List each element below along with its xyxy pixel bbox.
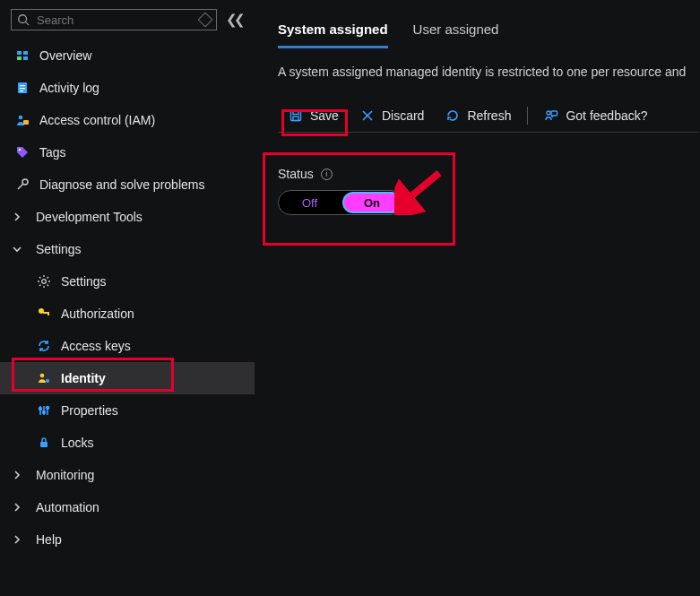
svg-rect-2 (17, 51, 22, 55)
properties-icon (36, 402, 52, 419)
sidebar-item-label: Help (36, 532, 62, 547)
chevron-right-icon (11, 501, 23, 514)
toggle-off-option[interactable]: Off (279, 196, 341, 210)
person-icon (14, 112, 30, 128)
status-label: Status (278, 167, 314, 181)
identity-icon (36, 370, 52, 386)
info-icon[interactable]: i (321, 168, 333, 180)
sidebar-item-label: Activity log (39, 81, 99, 95)
search-row: ❮❮ (0, 0, 255, 39)
sidebar-group-development-tools[interactable]: Development Tools (0, 201, 255, 233)
svg-point-25 (47, 407, 49, 410)
search-input[interactable] (37, 13, 171, 27)
toggle-on-option[interactable]: On (342, 192, 402, 213)
sidebar: ❮❮ Overview Activity log Access control … (0, 0, 255, 596)
sidebar-group-monitoring[interactable]: Monitoring (0, 459, 255, 491)
svg-point-18 (40, 374, 45, 378)
tab-system-assigned[interactable]: System assigned (278, 22, 388, 48)
svg-point-0 (19, 15, 27, 23)
svg-rect-8 (20, 88, 25, 89)
sidebar-item-label: Monitoring (36, 468, 94, 482)
svg-rect-5 (23, 56, 28, 60)
save-label: Save (310, 108, 339, 123)
save-icon (289, 108, 303, 123)
sidebar-item-label: Properties (61, 403, 118, 418)
refresh-key-icon (36, 338, 52, 354)
pin-icon (198, 13, 213, 28)
svg-rect-28 (293, 110, 298, 114)
svg-point-32 (547, 111, 550, 115)
status-toggle[interactable]: Off On (278, 190, 403, 215)
discard-button[interactable]: Discard (350, 103, 435, 128)
wrench-icon (14, 177, 30, 193)
save-button[interactable]: Save (278, 103, 350, 128)
svg-rect-33 (551, 111, 557, 116)
tab-user-assigned[interactable]: User assigned (413, 22, 499, 48)
sidebar-item-access-keys[interactable]: Access keys (0, 330, 255, 362)
svg-rect-29 (293, 117, 298, 121)
discard-label: Discard (382, 108, 424, 123)
sidebar-item-label: Settings (36, 242, 82, 256)
close-icon (360, 108, 375, 123)
sidebar-item-label: Authorization (61, 307, 134, 321)
svg-point-19 (46, 379, 49, 383)
svg-rect-4 (17, 56, 22, 60)
sidebar-group-help[interactable]: Help (0, 523, 255, 556)
sidebar-item-label: Automation (36, 500, 99, 514)
svg-point-14 (42, 280, 47, 284)
identity-description: A system assigned managed identity is re… (278, 65, 700, 79)
svg-rect-7 (20, 85, 25, 86)
key-icon (36, 306, 52, 322)
svg-rect-3 (23, 51, 28, 55)
sidebar-item-identity[interactable]: Identity (0, 362, 255, 394)
search-icon (17, 13, 30, 26)
svg-line-1 (26, 22, 30, 26)
svg-rect-17 (48, 312, 49, 315)
feedback-icon (544, 108, 558, 123)
status-label-row: Status i (278, 167, 700, 181)
lock-icon (36, 435, 52, 451)
toolbar: Save Discard Refresh Got feedback? (278, 99, 699, 133)
svg-rect-27 (291, 110, 301, 120)
toolbar-divider (527, 107, 528, 125)
sidebar-item-label: Locks (61, 436, 94, 450)
collapse-sidebar-icon[interactable]: ❮❮ (226, 12, 242, 28)
sidebar-item-diagnose[interactable]: Diagnose and solve problems (0, 168, 255, 201)
svg-rect-11 (23, 120, 29, 125)
search-box[interactable] (11, 9, 217, 30)
gear-icon (36, 273, 52, 289)
refresh-button[interactable]: Refresh (435, 103, 522, 128)
feedback-label: Got feedback? (566, 108, 647, 123)
feedback-button[interactable]: Got feedback? (533, 103, 658, 128)
chevron-right-icon (11, 533, 23, 546)
sidebar-item-access-control[interactable]: Access control (IAM) (0, 104, 255, 136)
svg-point-23 (39, 408, 42, 410)
refresh-label: Refresh (467, 108, 511, 123)
tabs: System assigned User assigned (278, 22, 700, 48)
refresh-icon (445, 108, 460, 123)
sidebar-item-label: Settings (61, 274, 107, 289)
sidebar-group-automation[interactable]: Automation (0, 491, 255, 523)
sidebar-item-label: Access keys (61, 339, 131, 353)
svg-point-12 (19, 149, 21, 151)
sidebar-item-settings[interactable]: Settings (0, 265, 255, 298)
sidebar-item-overview[interactable]: Overview (0, 39, 255, 72)
overview-icon (14, 48, 30, 64)
sidebar-item-label: Diagnose and solve problems (39, 177, 204, 192)
chevron-right-icon (11, 211, 23, 223)
sidebar-item-label: Tags (39, 145, 66, 160)
tag-icon (14, 144, 30, 160)
sidebar-group-settings[interactable]: Settings (0, 233, 255, 265)
main-panel: System assigned User assigned A system a… (278, 22, 700, 215)
log-icon (14, 80, 30, 96)
sidebar-item-locks[interactable]: Locks (0, 427, 255, 459)
sidebar-item-authorization[interactable]: Authorization (0, 298, 255, 330)
sidebar-item-activity-log[interactable]: Activity log (0, 72, 255, 104)
sidebar-item-properties[interactable]: Properties (0, 394, 255, 427)
svg-point-24 (43, 411, 46, 414)
chevron-down-icon (11, 243, 23, 255)
sidebar-item-label: Overview (39, 48, 91, 63)
sidebar-item-label: Access control (IAM) (39, 113, 155, 127)
sidebar-item-tags[interactable]: Tags (0, 136, 255, 168)
sidebar-item-label: Identity (61, 371, 106, 385)
